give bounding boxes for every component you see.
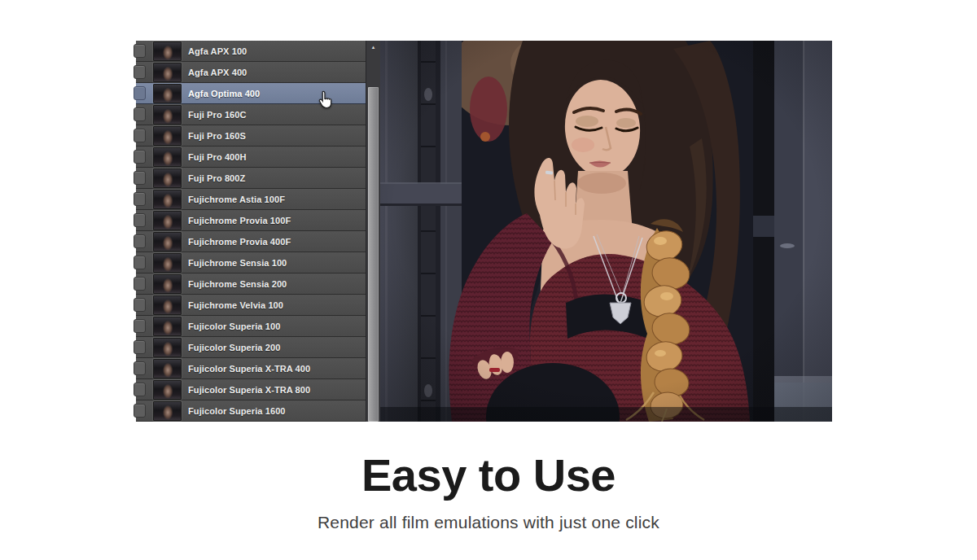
film-thumbnail <box>153 168 182 188</box>
section-title: Easy to Use <box>0 453 977 498</box>
film-thumbnail <box>153 126 182 146</box>
film-item-label: Fuji Pro 800Z <box>188 173 245 183</box>
film-item-label: Agfa APX 100 <box>188 46 247 56</box>
film-thumbnail <box>153 359 182 378</box>
film-checkbox[interactable] <box>134 86 146 100</box>
film-checkbox[interactable] <box>134 44 146 58</box>
film-item[interactable]: Fujichrome Provia 400F <box>136 231 366 252</box>
film-item[interactable]: Fujichrome Sensia 200 <box>136 273 366 295</box>
film-item-label: Fujichrome Provia 400F <box>188 237 291 247</box>
film-checkbox[interactable] <box>134 256 146 269</box>
film-item[interactable]: Fuji Pro 800Z <box>136 168 366 189</box>
film-thumbnail <box>153 274 182 294</box>
film-item-label: Fujichrome Velvia 100 <box>188 300 283 310</box>
film-checkbox[interactable] <box>134 319 146 333</box>
film-checkbox[interactable] <box>134 107 146 121</box>
film-item[interactable]: Fujicolor Superia 100 <box>136 316 366 337</box>
film-checkbox[interactable] <box>134 150 146 164</box>
film-item[interactable]: Fujicolor Superia X-TRA 800 <box>136 379 366 400</box>
film-checkbox[interactable] <box>134 277 146 291</box>
film-checkbox[interactable] <box>134 234 146 248</box>
film-checkbox[interactable] <box>134 65 146 79</box>
film-thumbnail <box>153 232 182 252</box>
film-checkbox[interactable] <box>134 361 146 375</box>
landing-page: Agfa APX 100 Agfa APX 400 Agfa Optima 40… <box>0 0 977 560</box>
film-item[interactable]: Fujichrome Provia 100F <box>136 210 366 231</box>
section-subtitle: Render all film emulations with just one… <box>0 513 977 532</box>
film-thumbnail <box>153 147 182 167</box>
film-item-label: Fujichrome Astia 100F <box>188 195 285 204</box>
film-item[interactable]: Fujichrome Astia 100F <box>136 189 366 210</box>
film-item-label: Agfa Optima 400 <box>188 89 260 98</box>
film-item[interactable]: Fuji Pro 160S <box>136 125 366 147</box>
film-item-label: Agfa APX 400 <box>188 68 247 77</box>
film-item-label: Fujichrome Sensia 100 <box>188 258 287 268</box>
film-item-label: Fuji Pro 160S <box>188 131 246 141</box>
film-item-label: Fujichrome Sensia 200 <box>188 279 287 289</box>
app-screenshot: Agfa APX 100 Agfa APX 400 Agfa Optima 40… <box>136 41 832 422</box>
film-thumbnail <box>153 338 182 357</box>
film-item[interactable]: Fuji Pro 400H <box>136 147 366 168</box>
scrollbar-thumb[interactable] <box>368 87 379 422</box>
film-item-label: Fujicolor Superia X-TRA 800 <box>188 385 310 395</box>
film-thumbnail <box>153 295 182 315</box>
film-checkbox[interactable] <box>134 404 146 418</box>
film-item[interactable]: Fujichrome Velvia 100 <box>136 295 366 316</box>
film-checkbox[interactable] <box>134 298 146 312</box>
film-thumbnail <box>153 63 182 82</box>
film-checkbox[interactable] <box>134 340 146 354</box>
scroll-up-button[interactable]: ▲ <box>366 42 380 52</box>
film-checkbox[interactable] <box>134 213 146 227</box>
film-thumbnail <box>153 211 182 230</box>
hand-cursor-icon <box>316 90 334 108</box>
film-item[interactable]: Agfa APX 100 <box>136 41 366 62</box>
film-item-label: Fujicolor Superia 200 <box>188 343 280 352</box>
film-item[interactable]: Agfa APX 400 <box>136 62 366 83</box>
film-thumbnail <box>153 401 182 421</box>
film-item-label: Fujicolor Superia 1600 <box>188 406 286 416</box>
film-checkbox[interactable] <box>134 171 146 185</box>
woman-braid-photo-illustration <box>380 41 832 422</box>
film-thumbnail <box>153 105 182 125</box>
film-thumbnail <box>153 42 182 61</box>
hero-section: Easy to Use Render all film emulations w… <box>0 440 977 532</box>
film-item-label: Fujichrome Provia 100F <box>188 216 291 225</box>
film-item-label: Fuji Pro 160C <box>188 110 247 120</box>
film-checkbox[interactable] <box>134 383 146 396</box>
film-checkbox[interactable] <box>134 192 146 206</box>
film-thumbnail <box>153 380 182 400</box>
film-thumbnail <box>153 317 182 336</box>
hero-photo <box>380 41 832 422</box>
film-item-label: Fujicolor Superia X-TRA 400 <box>188 364 310 374</box>
film-item-label: Fujicolor Superia 100 <box>188 322 280 331</box>
film-thumbnail <box>153 253 182 273</box>
film-item[interactable]: Fujichrome Sensia 100 <box>136 252 366 273</box>
scrollbar[interactable]: ▲ <box>366 41 380 422</box>
film-item[interactable]: Fujicolor Superia X-TRA 400 <box>136 358 366 379</box>
film-item[interactable]: Fujicolor Superia 200 <box>136 337 366 358</box>
film-item-label: Fuji Pro 400H <box>188 152 247 162</box>
film-thumbnail <box>153 84 182 103</box>
film-checkbox[interactable] <box>134 129 146 142</box>
film-item[interactable]: Fujicolor Superia 1600 <box>136 400 366 422</box>
film-thumbnail <box>153 190 182 209</box>
